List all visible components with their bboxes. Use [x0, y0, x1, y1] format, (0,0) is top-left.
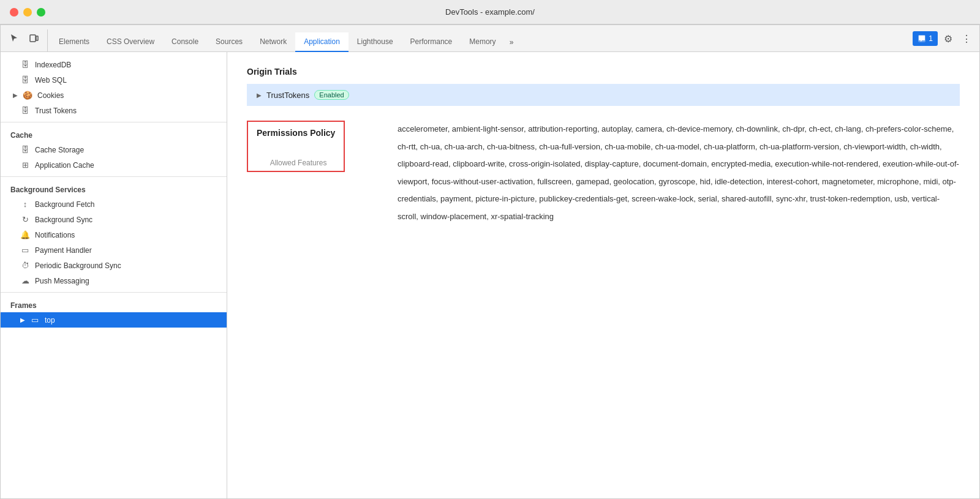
tab-bar: Elements CSS Overview Console Sources Ne…	[1, 25, 979, 52]
tab-console[interactable]: Console	[163, 32, 207, 52]
sidebar-item-app-cache[interactable]: ⊞ Application Cache	[1, 157, 227, 173]
permissions-table: Permissions Policy Allowed Features acce…	[247, 121, 960, 226]
cache-section-header: Cache	[1, 126, 227, 142]
tab-elements[interactable]: Elements	[50, 32, 98, 52]
database-icon: 🗄	[20, 60, 30, 69]
bg-services-section-header: Background Services	[1, 181, 227, 197]
sidebar-item-bg-fetch[interactable]: ↕ Background Fetch	[1, 197, 227, 212]
permissions-policy-section: Permissions Policy Allowed Features acce…	[247, 121, 960, 226]
sidebar-item-top[interactable]: ▶ ▭ top	[1, 312, 227, 328]
arrow-right-icon: ▶	[257, 92, 262, 99]
settings-button[interactable]: ⚙	[940, 31, 956, 47]
cursor-icon[interactable]	[6, 29, 23, 47]
sidebar-item-cookies[interactable]: ▶ 🍪 Cookies	[1, 88, 227, 103]
sync-icon: ↻	[20, 215, 30, 224]
frame-icon: ▭	[30, 315, 40, 325]
window-controls	[10, 8, 45, 17]
sidebar-item-push-messaging[interactable]: ☁ Push Messaging	[1, 273, 227, 288]
sidebar-item-notifications[interactable]: 🔔 Notifications	[1, 227, 227, 242]
sidebar: 🗄 IndexedDB 🗄 Web SQL ▶ 🍪 Cookies 🗄 Trus…	[1, 52, 227, 498]
fetch-icon: ↕	[20, 200, 30, 209]
tab-bar-icons	[6, 29, 48, 51]
more-button[interactable]: ⋮	[959, 31, 974, 47]
arrow-right-icon: ▶	[13, 92, 18, 99]
device-icon[interactable]	[25, 29, 42, 47]
sidebar-item-payment-handler[interactable]: ▭ Payment Handler	[1, 242, 227, 258]
divider	[1, 122, 227, 122]
minimize-button[interactable]	[23, 8, 32, 17]
database-icon: 🗄	[20, 75, 30, 84]
main-area: 🗄 IndexedDB 🗄 Web SQL ▶ 🍪 Cookies 🗄 Trus…	[1, 52, 979, 498]
database-icon: 🗄	[20, 106, 30, 115]
maximize-button[interactable]	[37, 8, 45, 17]
tab-bar-right: 1 ⚙ ⋮	[913, 31, 979, 51]
window-title: DevTools - example.com/	[445, 7, 535, 17]
arrow-right-icon: ▶	[20, 317, 25, 323]
tab-memory[interactable]: Memory	[461, 32, 504, 52]
notification-badge[interactable]: 1	[913, 31, 938, 46]
permissions-policy-title: Permissions Policy	[257, 128, 335, 138]
bell-icon: 🔔	[20, 230, 30, 239]
permissions-value-col: accelerometer, ambient-light-sensor, att…	[388, 121, 960, 226]
sidebar-item-websql[interactable]: 🗄 Web SQL	[1, 72, 227, 88]
tab-css-overview[interactable]: CSS Overview	[98, 32, 163, 52]
sidebar-item-indexeddb[interactable]: 🗄 IndexedDB	[1, 57, 227, 72]
cookies-icon: 🍪	[23, 91, 32, 100]
content-panel: Origin Trials ▶ TrustTokens Enabled Perm…	[227, 52, 979, 498]
trust-tokens-row[interactable]: ▶ TrustTokens Enabled	[247, 84, 960, 106]
origin-trials-title: Origin Trials	[247, 67, 960, 77]
title-bar: DevTools - example.com/	[0, 0, 980, 24]
cloud-icon: ☁	[20, 276, 30, 285]
tab-network[interactable]: Network	[251, 32, 295, 52]
divider	[1, 292, 227, 293]
frames-section-header: Frames	[1, 296, 227, 312]
enabled-badge: Enabled	[314, 90, 349, 100]
tab-lighthouse[interactable]: Lighthouse	[349, 32, 402, 52]
svg-rect-0	[30, 35, 36, 42]
tab-sources[interactable]: Sources	[207, 32, 251, 52]
permissions-label-col: Permissions Policy Allowed Features	[247, 121, 388, 226]
clock-icon: ⏱	[20, 261, 30, 270]
payment-icon: ▭	[20, 246, 30, 255]
sidebar-item-trusttokens[interactable]: 🗄 Trust Tokens	[1, 103, 227, 118]
svg-rect-1	[36, 36, 38, 40]
devtools-window: Elements CSS Overview Console Sources Ne…	[0, 24, 980, 499]
database-icon: 🗄	[20, 145, 30, 154]
grid-icon: ⊞	[20, 160, 30, 170]
trust-tokens-label: TrustTokens	[266, 91, 309, 100]
sidebar-item-bg-sync[interactable]: ↻ Background Sync	[1, 212, 227, 227]
allowed-features-label: Allowed Features	[257, 156, 335, 167]
tab-overflow-button[interactable]: »	[505, 32, 519, 52]
tab-performance[interactable]: Performance	[402, 32, 461, 52]
sidebar-item-cache-storage[interactable]: 🗄 Cache Storage	[1, 142, 227, 157]
close-button[interactable]	[10, 8, 18, 17]
permissions-title-box: Permissions Policy Allowed Features	[247, 121, 345, 172]
divider	[1, 176, 227, 177]
tab-application[interactable]: Application	[295, 32, 349, 52]
sidebar-item-periodic-bg-sync[interactable]: ⏱ Periodic Background Sync	[1, 258, 227, 273]
allowed-features-text: accelerometer, ambient-light-sensor, att…	[398, 121, 960, 226]
